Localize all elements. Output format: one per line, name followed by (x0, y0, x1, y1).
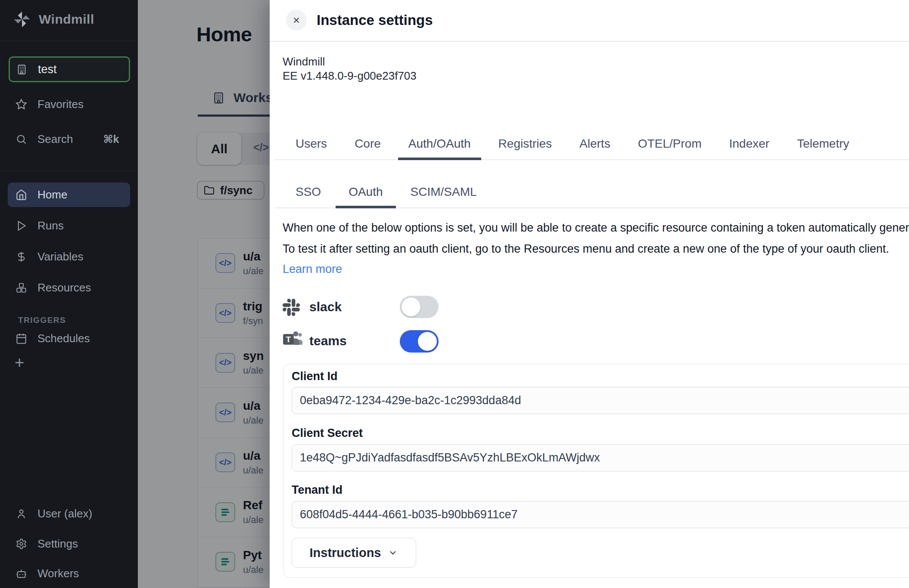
tab-auth-oauth[interactable]: Auth/OAuth (398, 136, 481, 160)
home-icon (16, 189, 27, 201)
tenant-id-input[interactable] (292, 501, 909, 528)
oauth-description-line2: To test it after setting an oauth client… (283, 242, 889, 256)
client-id-label: Client Id (292, 370, 338, 383)
close-button[interactable] (286, 10, 307, 31)
chevron-down-icon (388, 548, 398, 558)
toggle-knob (418, 332, 437, 351)
sidebar: Windmill test Favorites Search ⌘k Home R… (0, 0, 138, 588)
instructions-label: Instructions (310, 546, 381, 560)
drawer-title: Instance settings (317, 12, 433, 28)
client-secret-input[interactable] (292, 444, 909, 471)
user-icon (16, 508, 27, 520)
sidebar-item-label: Runs (37, 219, 64, 232)
instance-settings-drawer: Instance settings Windmill EE v1.448.0-9… (270, 0, 909, 588)
client-id-input[interactable] (292, 387, 909, 414)
robot-icon (16, 568, 27, 579)
app-logo[interactable]: Windmill (13, 10, 94, 28)
app-name: Windmill (283, 55, 325, 68)
subtab-scim-saml[interactable]: SCIM/SAML (411, 184, 477, 207)
divider (270, 41, 909, 42)
search-icon (16, 133, 27, 145)
calendar-icon (16, 333, 27, 344)
subtab-oauth[interactable]: OAuth (336, 184, 395, 208)
tab-core[interactable]: Core (355, 136, 381, 159)
divider (0, 41, 138, 41)
slack-toggle[interactable] (400, 296, 439, 318)
sidebar-item-label: Settings (37, 537, 78, 551)
instructions-button[interactable]: Instructions (292, 538, 416, 568)
tab-indexer[interactable]: Indexer (729, 136, 769, 159)
slack-label: slack (309, 300, 342, 314)
tab-alerts[interactable]: Alerts (579, 136, 610, 159)
sidebar-item-schedules[interactable]: Schedules (16, 331, 90, 346)
tenant-id-label: Tenant Id (292, 483, 342, 497)
version-text: EE v1.448.0-9-g00e23f703 (283, 69, 417, 83)
sidebar-item-workers[interactable]: Workers (16, 566, 79, 581)
workspace-name: test (38, 63, 57, 76)
subtab-sso[interactable]: SSO (296, 184, 321, 207)
sidebar-item-label: Schedules (37, 332, 90, 345)
sidebar-item-favorites[interactable]: Favorites (16, 97, 84, 111)
toggle-knob (402, 297, 420, 316)
gear-icon (16, 538, 27, 550)
sidebar-item-label: Home (37, 188, 67, 201)
oauth-description-line1: When one of the below options is set, yo… (283, 221, 909, 235)
building-icon (16, 64, 28, 75)
teams-icon: T (283, 329, 303, 348)
sidebar-item-settings[interactable]: Settings (16, 536, 78, 551)
close-icon (292, 15, 301, 25)
sidebar-item-search[interactable]: Search ⌘k (16, 132, 119, 146)
sidebar-item-label: User (alex) (37, 507, 92, 520)
slack-icon (283, 299, 300, 316)
sidebar-item-variables[interactable]: Variables (16, 249, 83, 264)
search-shortcut: ⌘k (103, 133, 119, 145)
teams-label: teams (309, 334, 347, 348)
teams-toggle[interactable] (400, 330, 439, 353)
client-secret-label: Client Secret (292, 427, 363, 440)
settings-tabs: Users Core Auth/OAuth Registries Alerts … (275, 136, 909, 160)
sidebar-item-runs[interactable]: Runs (16, 218, 64, 233)
dollar-icon (16, 251, 27, 263)
sidebar-item-home[interactable]: Home (8, 183, 130, 207)
sidebar-item-resources[interactable]: Resources (16, 280, 91, 295)
teams-oauth-card: Client Id Client Secret Tenant Id Instru… (283, 364, 909, 578)
boxes-icon (16, 282, 27, 294)
auth-subtabs: SSO OAuth SCIM/SAML (275, 184, 909, 208)
tab-registries[interactable]: Registries (498, 136, 552, 159)
sidebar-item-user[interactable]: User (alex) (16, 506, 92, 521)
tab-otel-prom[interactable]: OTEL/Prom (638, 136, 702, 159)
svg-text:T: T (286, 335, 291, 344)
sidebar-item-label: Search (37, 133, 73, 146)
star-icon (16, 99, 27, 110)
tab-telemetry[interactable]: Telemetry (797, 136, 849, 159)
sidebar-item-label: Resources (37, 281, 91, 294)
workspace-selector[interactable]: test (9, 56, 130, 82)
divider (0, 171, 138, 171)
sidebar-item-label: Variables (37, 250, 83, 263)
sidebar-item-label: Workers (37, 567, 79, 580)
windmill-logo-icon (13, 10, 31, 28)
tab-users[interactable]: Users (296, 136, 327, 159)
learn-more-link[interactable]: Learn more (283, 263, 342, 276)
sidebar-item-label: Favorites (37, 98, 84, 111)
play-icon (16, 220, 27, 232)
app-logo-text: Windmill (39, 12, 94, 27)
add-trigger-button[interactable]: + (15, 354, 24, 371)
triggers-heading: TRIGGERS (18, 316, 66, 325)
